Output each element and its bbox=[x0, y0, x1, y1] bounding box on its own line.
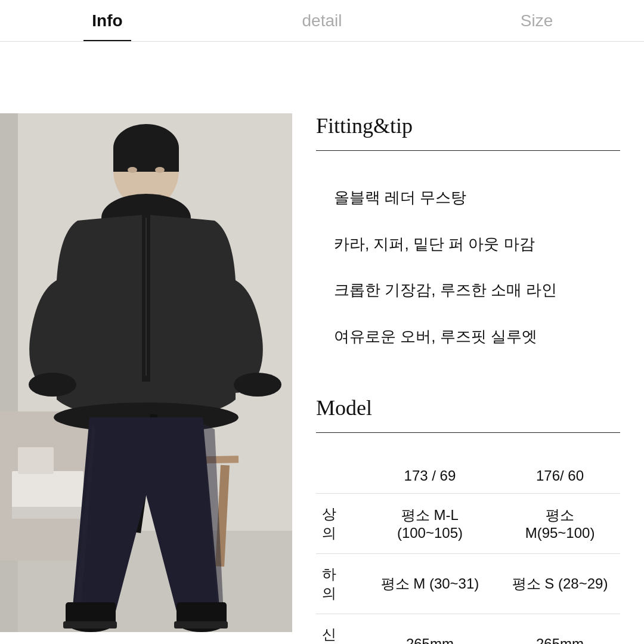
table-row-top: 상의 평소 M-L (100~105) 평소 M(95~100) bbox=[316, 494, 620, 554]
tab-detail-label: detail bbox=[302, 11, 342, 30]
svg-point-27 bbox=[128, 167, 137, 173]
model-col-1: 173 / 69 bbox=[360, 457, 500, 494]
tab-size-label: Size bbox=[521, 11, 553, 30]
tab-size[interactable]: Size bbox=[429, 0, 644, 41]
fitting-section: Fitting&tip 올블랙 레더 무스탕 카라, 지퍼, 밑단 퍼 아웃 마… bbox=[316, 113, 620, 360]
svg-rect-8 bbox=[12, 507, 83, 519]
svg-rect-9 bbox=[18, 447, 54, 474]
content-area: Fitting&tip 올블랙 레더 무스탕 카라, 지퍼, 밑단 퍼 아웃 마… bbox=[0, 42, 644, 644]
model-divider bbox=[316, 432, 620, 433]
tip-3: 크롭한 기장감, 루즈한 소매 라인 bbox=[316, 267, 620, 314]
top-val-1: 평소 M-L (100~105) bbox=[360, 494, 500, 554]
table-row-shoes: 신발 265mm 265mm bbox=[316, 614, 620, 644]
model-header-row: 173 / 69 176/ 60 bbox=[316, 457, 620, 494]
tip-4: 여유로운 오버, 루즈핏 실루엣 bbox=[316, 314, 620, 360]
top-val-2: 평소 M(95~100) bbox=[500, 494, 620, 554]
bottom-val-2: 평소 S (28~29) bbox=[500, 554, 620, 614]
fitting-title: Fitting&tip bbox=[316, 113, 620, 138]
svg-point-16 bbox=[234, 373, 281, 397]
model-table: 173 / 69 176/ 60 상의 평소 M-L (100~105) 평소 … bbox=[316, 457, 620, 644]
product-image-inner bbox=[0, 113, 292, 632]
model-title: Model bbox=[316, 395, 620, 420]
fitting-divider bbox=[316, 150, 620, 151]
tab-info[interactable]: Info bbox=[0, 0, 215, 41]
shoes-val-2: 265mm bbox=[500, 614, 620, 644]
top-label: 상의 bbox=[316, 494, 360, 554]
tip-2: 카라, 지퍼, 밑단 퍼 아웃 마감 bbox=[316, 221, 620, 268]
svg-point-15 bbox=[29, 373, 76, 397]
bottom-label: 하의 bbox=[316, 554, 360, 614]
bottom-val-1: 평소 M (30~31) bbox=[360, 554, 500, 614]
info-panel: Fitting&tip 올블랙 레더 무스탕 카라, 지퍼, 밑단 퍼 아웃 마… bbox=[292, 113, 644, 644]
table-row-bottom: 하의 평소 M (30~31) 평소 S (28~29) bbox=[316, 554, 620, 614]
tab-info-label: Info bbox=[92, 11, 122, 30]
svg-rect-21 bbox=[63, 621, 117, 628]
product-image bbox=[0, 113, 292, 632]
model-header-empty bbox=[316, 457, 360, 494]
fitting-tips: 올블랙 레더 무스탕 카라, 지퍼, 밑단 퍼 아웃 마감 크롭한 기장감, 루… bbox=[316, 175, 620, 360]
svg-rect-24 bbox=[174, 621, 228, 628]
tip-1: 올블랙 레더 무스탕 bbox=[316, 175, 620, 221]
model-section: Model 173 / 69 176/ 60 상의 평소 M-L (100~10… bbox=[316, 395, 620, 644]
shoes-label: 신발 bbox=[316, 614, 360, 644]
shoes-val-1: 265mm bbox=[360, 614, 500, 644]
svg-rect-26 bbox=[113, 148, 179, 172]
tab-bar: Info detail Size bbox=[0, 0, 644, 42]
svg-point-28 bbox=[155, 167, 165, 173]
tab-detail[interactable]: detail bbox=[215, 0, 429, 41]
model-col-2: 176/ 60 bbox=[500, 457, 620, 494]
